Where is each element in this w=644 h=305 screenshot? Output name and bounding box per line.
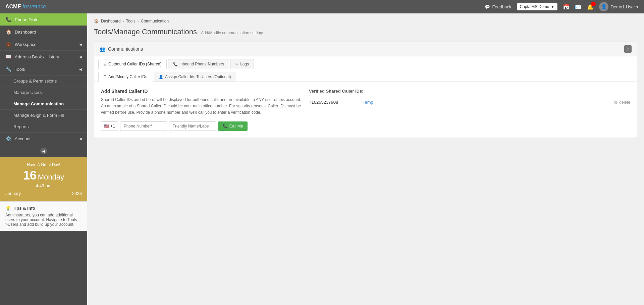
inbound-tab-icon: 📞 xyxy=(173,62,178,66)
date-widget: Have A Great Day! 16 Monday 4:49 pm Janu… xyxy=(0,157,87,201)
us-flag-icon: 🇺🇸 xyxy=(104,124,109,129)
chevron-down-icon: ▼ xyxy=(551,4,555,9)
workspace-icon: 💼 xyxy=(5,42,11,47)
year-label: 2023 xyxy=(72,191,82,196)
layout: 📞 Phone Dialer 🏠 Dashboard 💼 Workspace ◀… xyxy=(0,13,644,305)
sidebar-item-account[interactable]: ⚙️ Account ◀ xyxy=(0,133,87,145)
main-tabs: ☰ Outbound Caller IDs (Shared) 📞 Inbound… xyxy=(94,56,637,69)
tips-title-label: Tips & Info xyxy=(13,206,35,211)
country-flag-selector[interactable]: 🇺🇸 +1 xyxy=(101,121,118,131)
account-chevron: ◀ xyxy=(79,137,82,141)
plus-one-label: +1 xyxy=(110,124,115,129)
page-title: Tools/Manage Communications xyxy=(94,28,197,36)
call-me-button[interactable]: 📞 Call Me xyxy=(218,121,248,131)
user-label: Demo1.User ▾ xyxy=(610,4,639,9)
breadcrumb: 🏠 Dashboard › Tools › Communication xyxy=(94,19,637,23)
verified-title: Verified Shared Caller IDs: xyxy=(309,89,630,94)
dashboard-icon: 🏠 xyxy=(5,29,11,35)
comm-panel-header: 👥 Communications ? xyxy=(94,42,637,56)
sub-tab-assign-caller-ids[interactable]: 👤 Assign Caller Ids To Users (Optional) xyxy=(154,72,236,82)
tab-outbound-caller-ids[interactable]: ☰ Outbound Caller IDs (Shared) xyxy=(98,59,167,69)
tab-content: Add Shared Caller ID Shared Caller IDs a… xyxy=(94,82,637,138)
comm-panel-title: Communications xyxy=(108,46,143,52)
sidebar-item-manage-communication[interactable]: Manage Communication xyxy=(0,98,87,110)
have-great-text: Have A Great Day! xyxy=(5,162,82,167)
add-modify-icon: ☰ xyxy=(103,75,107,79)
notifications-bell[interactable]: 🔔 3 xyxy=(587,4,594,10)
breadcrumb-tools[interactable]: Tools xyxy=(126,19,136,23)
top-nav: ACME Insurance 💬 Feedback CaptalMS Demo … xyxy=(0,0,644,13)
caller-id-form: Add Shared Caller ID Shared Caller IDs a… xyxy=(101,89,302,131)
phone-input-row: 🇺🇸 +1 📞 Call Me xyxy=(101,121,302,131)
phone-dialer-icon: 📞 xyxy=(5,17,11,22)
day-number: 16 xyxy=(23,168,37,182)
comm-users-icon: 👥 xyxy=(100,46,105,52)
trash-icon: 🗑 xyxy=(614,100,618,105)
verified-caller-id-row: +16265237908 Temp 🗑 delete xyxy=(309,98,630,107)
month-label: January xyxy=(5,191,21,196)
page-header: Tools/Manage Communications Add/Modify c… xyxy=(94,28,637,36)
notification-badge: 3 xyxy=(591,2,596,6)
verified-caller-ids-section: Verified Shared Caller IDs: +16265237908… xyxy=(309,89,630,131)
sidebar-item-tools[interactable]: 🔧 Tools ◀ xyxy=(0,63,87,75)
sidebar-item-phone-dialer[interactable]: 📞 Phone Dialer xyxy=(0,13,87,26)
help-button[interactable]: ? xyxy=(624,45,632,53)
sidebar-item-manage-users[interactable]: Manage Users xyxy=(0,87,87,98)
communications-panel: 👥 Communications ? ☰ Outbound Caller IDs… xyxy=(94,42,637,138)
sidebar-item-reports[interactable]: Reports xyxy=(0,121,87,133)
address-book-chevron: ◀ xyxy=(79,55,82,59)
workspace-chevron: ◀ xyxy=(79,43,82,46)
breadcrumb-icon: 🏠 xyxy=(94,19,99,23)
caller-id-description: Shared Caller IDs added here, will be di… xyxy=(101,97,302,116)
tools-chevron: ◀ xyxy=(79,67,82,71)
breadcrumb-communication: Communication xyxy=(141,19,169,23)
logo: ACME Insurance xyxy=(5,4,46,10)
workspace-selector[interactable]: CaptalMS Demo ▼ xyxy=(517,3,558,10)
sub-tabs: ☰ Add/Modify Caller IDs 👤 Assign Caller … xyxy=(94,69,637,82)
tools-icon: 🔧 xyxy=(5,66,11,72)
sidebar-item-manage-esign[interactable]: Manage eSign & Form Fill xyxy=(0,110,87,121)
assign-icon: 👤 xyxy=(159,75,163,79)
feedback-button[interactable]: 💬 Feedback xyxy=(485,4,511,9)
caller-id-section: Add Shared Caller ID Shared Caller IDs a… xyxy=(101,89,630,131)
tab-inbound-phone-numbers[interactable]: 📞 Inbound Phone Numbers xyxy=(168,59,229,69)
sidebar-item-groups-permissions[interactable]: Groups & Permissions xyxy=(0,75,87,87)
friendly-name-input[interactable] xyxy=(169,121,216,131)
outbound-tab-icon: ☰ xyxy=(103,62,107,66)
logo-acme: ACME xyxy=(5,4,21,10)
call-icon: 📞 xyxy=(223,124,228,129)
tab-logs[interactable]: ↩ Logs xyxy=(230,59,254,69)
add-caller-id-title: Add Shared Caller ID xyxy=(101,89,302,94)
tips-text: Adminstrators, you can add additional us… xyxy=(5,213,82,227)
time-display: 4:49 pm xyxy=(5,183,82,188)
logs-tab-icon: ↩ xyxy=(235,62,238,66)
tips-icon: 💡 xyxy=(5,206,11,211)
account-icon: ⚙️ xyxy=(5,136,11,141)
verified-label: Temp xyxy=(363,100,607,105)
logo-insurance: Insurance xyxy=(22,4,46,10)
mail-icon[interactable]: ✉️ xyxy=(575,4,582,10)
verified-number: +16265237908 xyxy=(309,100,356,105)
tips-box: 💡 Tips & Info Adminstrators, you can add… xyxy=(0,201,87,231)
avatar: 👤 xyxy=(599,2,608,11)
calendar-icon[interactable]: 📅 xyxy=(563,4,570,10)
feedback-icon: 💬 xyxy=(485,4,490,9)
sidebar-item-dashboard[interactable]: 🏠 Dashboard xyxy=(0,26,87,38)
top-nav-right: 💬 Feedback CaptalMS Demo ▼ 📅 ✉️ 🔔 3 👤 De… xyxy=(485,2,639,11)
main-content: 🏠 Dashboard › Tools › Communication Tool… xyxy=(87,13,644,305)
sidebar: 📞 Phone Dialer 🏠 Dashboard 💼 Workspace ◀… xyxy=(0,13,87,305)
sidebar-collapse-button[interactable]: ◀ xyxy=(40,148,47,154)
sidebar-item-address-book[interactable]: 📖 Address Book / History ◀ xyxy=(0,51,87,63)
address-book-icon: 📖 xyxy=(5,54,11,59)
phone-number-input[interactable] xyxy=(120,121,167,131)
day-name: Monday xyxy=(38,173,64,181)
sub-tab-add-modify-caller-id[interactable]: ☰ Add/Modify Caller IDs xyxy=(98,72,152,82)
breadcrumb-dashboard[interactable]: Dashboard xyxy=(101,19,121,23)
user-menu[interactable]: 👤 Demo1.User ▾ xyxy=(599,2,639,11)
page-subtitle: Add/Modify communication settings xyxy=(201,31,264,35)
sidebar-item-workspace[interactable]: 💼 Workspace ◀ xyxy=(0,38,87,51)
delete-caller-id-button[interactable]: 🗑 delete xyxy=(614,100,630,105)
